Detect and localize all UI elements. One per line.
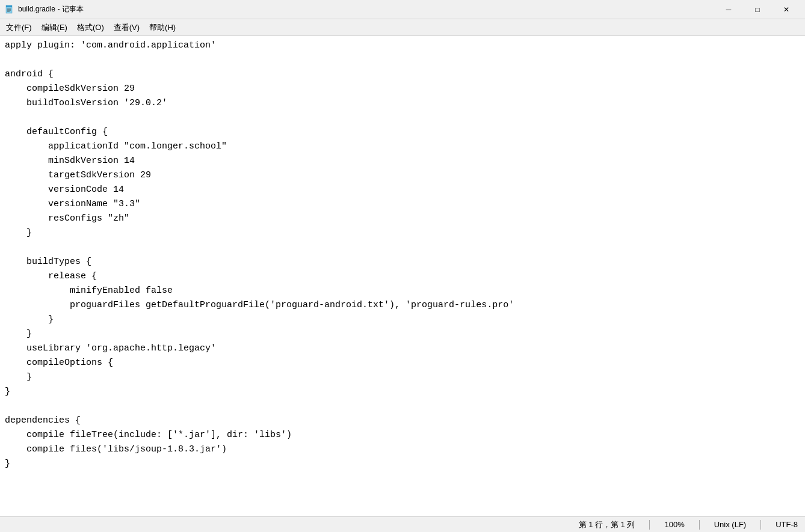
- menu-bar: 文件(F) 编辑(E) 格式(O) 查看(V) 帮助(H): [0, 19, 805, 36]
- menu-format[interactable]: 格式(O): [72, 20, 109, 35]
- minimize-button[interactable]: ─: [715, 0, 742, 19]
- status-divider-3: [760, 520, 761, 530]
- menu-view[interactable]: 查看(V): [109, 20, 144, 35]
- status-divider-1: [649, 520, 650, 530]
- status-position: 第 1 行，第 1 列: [579, 519, 635, 530]
- status-encoding: UTF-8: [776, 520, 798, 529]
- title-bar-left: build.gradle - 记事本: [5, 4, 84, 14]
- app-icon: [5, 5, 14, 14]
- menu-edit[interactable]: 编辑(E): [37, 20, 72, 35]
- editor-area[interactable]: apply plugin: 'com.android.application' …: [0, 36, 805, 516]
- title-text: build.gradle - 记事本: [18, 4, 84, 14]
- status-bar: 第 1 行，第 1 列 100% Unix (LF) UTF-8: [0, 516, 805, 532]
- maximize-button[interactable]: □: [744, 0, 771, 19]
- window-controls: ─ □ ✕: [715, 0, 800, 19]
- svg-rect-1: [6, 5, 12, 7]
- status-divider-2: [699, 520, 700, 530]
- code-content[interactable]: apply plugin: 'com.android.application' …: [5, 38, 800, 471]
- title-bar: build.gradle - 记事本 ─ □ ✕: [0, 0, 805, 19]
- close-button[interactable]: ✕: [773, 0, 800, 19]
- menu-file[interactable]: 文件(F): [1, 20, 37, 35]
- status-zoom: 100%: [664, 520, 684, 529]
- menu-help[interactable]: 帮助(H): [144, 20, 180, 35]
- status-line-ending: Unix (LF): [714, 520, 746, 529]
